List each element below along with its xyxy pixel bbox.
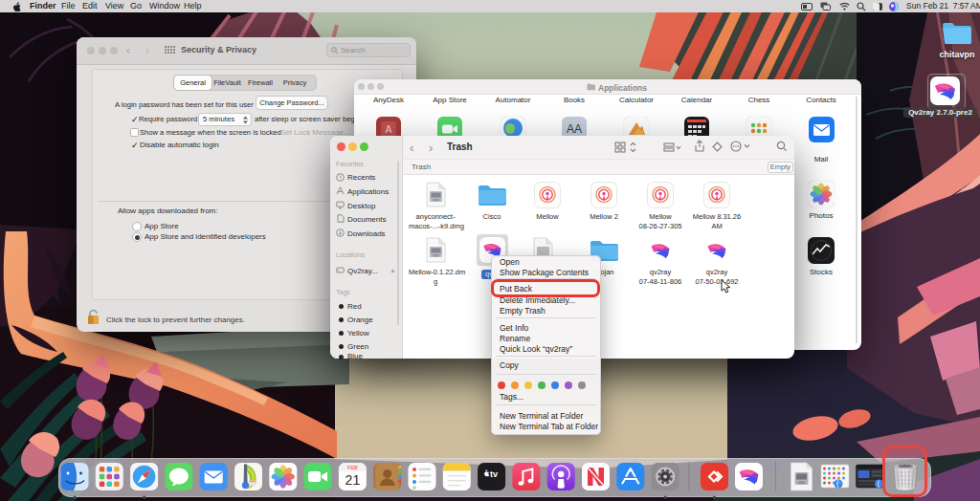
svg-text:FEB: FEB <box>347 465 358 470</box>
svg-text:tv: tv <box>490 469 498 479</box>
svg-text:21: 21 <box>345 472 361 488</box>
